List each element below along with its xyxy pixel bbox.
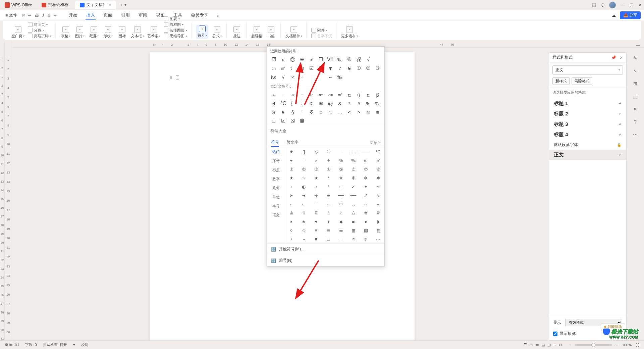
symbol-cell[interactable]: ♪ — [310, 182, 322, 191]
symbol-cell[interactable]: ◠ — [335, 200, 347, 208]
symbol-cell[interactable]: ➜ — [298, 191, 310, 200]
symbol-cell[interactable]: ➽ — [322, 191, 335, 200]
view-mode-3[interactable]: ▤ — [541, 343, 545, 347]
symbol-cat-字母[interactable]: 字母 — [267, 202, 285, 211]
symbol-cell[interactable]: ♕ — [298, 208, 310, 217]
symbol-cat-序号[interactable]: 序号 — [267, 156, 285, 165]
symbol-cell[interactable]: ♛ — [372, 208, 384, 217]
ribbon-文本框[interactable]: ▫文本框 ▾ — [131, 26, 144, 39]
symbol-cell[interactable]: ▨ — [372, 226, 384, 235]
side-tool-3[interactable]: ⬚ — [632, 93, 639, 100]
symbol-cat-单位[interactable]: 单位 — [267, 193, 285, 202]
ribbon-更多素材[interactable]: ▫更多素材 ▾ — [341, 26, 358, 39]
symbol-cell[interactable]: ✓ — [347, 182, 360, 191]
symbol-cell[interactable]: ♦ — [322, 217, 335, 226]
symbol-cell[interactable] — [373, 72, 382, 81]
symbol-cat-语文[interactable]: 语文 — [267, 211, 285, 220]
ribbon-智能图形[interactable]: 智能图形 ▾ — [164, 28, 187, 33]
symbol-cell[interactable]: ⟵ — [347, 191, 360, 200]
symbol-cell[interactable]: ◆ — [335, 217, 347, 226]
current-style-select[interactable]: 正文 ▾ — [552, 65, 623, 74]
symbol-cell[interactable]: ☑ — [278, 116, 288, 125]
symbol-cell[interactable]: ≈ — [326, 108, 335, 116]
cloud-icon[interactable]: ☁ — [612, 13, 616, 18]
symbol-cell[interactable]: ◇ — [310, 147, 322, 156]
ribbon-分页[interactable]: 分页 ▾ — [28, 28, 51, 33]
symbol-cell[interactable]: ⌣ — [372, 200, 384, 208]
symbol-cell[interactable]: ☑ — [269, 55, 278, 64]
view-mode-5[interactable]: ⊡ — [553, 343, 556, 347]
symbol-cell[interactable]: * — [322, 173, 335, 182]
ribbon-封面页[interactable]: 封面页 ▾ — [28, 22, 51, 27]
ribbon-表格[interactable]: ▫表格 ▾ — [60, 26, 71, 39]
symbol-cell[interactable]: ④ — [322, 165, 335, 173]
symbol-cell[interactable]: ▦ — [347, 226, 360, 235]
symbol-cell[interactable]: ≥ — [354, 108, 363, 116]
tab-close-icon[interactable]: × — [109, 3, 111, 7]
quick-btn-2[interactable]: 🖶 — [35, 13, 39, 18]
symbol-cell[interactable] — [335, 116, 344, 125]
ribbon-页眉页脚[interactable]: 页眉页脚 ▾ — [28, 34, 51, 39]
symbol-cell[interactable]: % — [364, 99, 373, 108]
search-icon[interactable]: ⌕ — [217, 13, 219, 18]
symbol-cell[interactable]: Ⅷ — [326, 55, 335, 64]
ribbon-艺术字[interactable]: ▫艺术字 ▾ — [147, 26, 160, 39]
symbol-cell[interactable]: © — [307, 99, 316, 108]
symbol-cell[interactable]: ③ — [373, 64, 382, 72]
symbol-cell[interactable]: & — [335, 99, 344, 108]
ribbon-批注[interactable]: ▫批注 — [231, 26, 242, 39]
symbol-cell[interactable]: ℃ — [372, 147, 384, 156]
symbol-cell[interactable]: ㎝ — [269, 64, 278, 72]
ribbon-图标[interactable]: ▫图标 — [117, 26, 127, 39]
style-正文[interactable]: 正文↵ — [549, 150, 626, 160]
ribbon-公式[interactable]: ▫公式 ▾ — [212, 26, 222, 39]
symbol-cell[interactable]: § — [288, 108, 297, 116]
symbol-cell[interactable]: % — [335, 156, 347, 165]
symbol-cell[interactable]: ≡ — [373, 108, 382, 116]
symbol-cell[interactable]: ↘ — [372, 191, 384, 200]
preview-checkbox[interactable] — [553, 332, 557, 336]
symbol-cell[interactable]: ∘ — [298, 235, 310, 243]
symbol-cell[interactable] — [316, 116, 326, 125]
symbol-cell[interactable] — [364, 116, 373, 125]
symbol-cell[interactable]: ☒ — [288, 116, 297, 125]
symbol-cell[interactable]: ② — [364, 64, 373, 72]
symbol-cell[interactable]: ㎜ — [316, 90, 326, 99]
side-tool-4[interactable]: ✕ — [632, 105, 639, 113]
symbol-cell[interactable]: ℃ — [278, 99, 288, 108]
symbol-cell[interactable]: ㎡ — [360, 156, 372, 165]
page-indicator[interactable]: 页面: 1/1 — [5, 342, 19, 347]
zoom-value[interactable]: 100% — [622, 343, 632, 347]
ribbon-思维导图[interactable]: 思维导图 ▾ — [164, 34, 187, 39]
symbol-cell[interactable]: × — [288, 72, 297, 81]
symbol-cell[interactable]: ∘ — [285, 182, 298, 191]
symbol-cell[interactable]: ⌐ — [285, 200, 298, 208]
symbol-cell[interactable]: ≠ — [335, 64, 344, 72]
tab-emoticons[interactable]: 颜文字 — [286, 138, 299, 147]
tab-templates[interactable]: 找稻壳模板 — [37, 1, 73, 9]
menu-会员专享[interactable]: 会员专享 — [190, 11, 209, 20]
minimize-button[interactable]: — — [621, 2, 625, 7]
symbol-cell[interactable]: ⺩ — [288, 64, 297, 72]
symbol-cell[interactable]: —— — [360, 147, 372, 156]
symbol-cell[interactable]: ◇ — [298, 226, 310, 235]
symbol-cell[interactable]: ⑦ — [360, 165, 372, 173]
ribbon-图片[interactable]: ▫图片 ▾ — [74, 26, 85, 39]
symbol-cell[interactable]: ㎡ — [335, 90, 344, 99]
quick-btn-3[interactable]: ⤴ — [42, 13, 44, 18]
style-标题 1[interactable]: 标题 1↵ — [549, 98, 626, 109]
style-标题 4[interactable]: 标题 4↵ — [549, 130, 626, 140]
symbol-cell[interactable]: ㉙ — [288, 55, 297, 64]
menu-引用[interactable]: 引用 — [120, 11, 130, 20]
symbol-cell[interactable]: ⊕ — [297, 55, 307, 64]
tab-symbols[interactable]: 符号 — [271, 138, 279, 147]
symbol-cell[interactable]: ≣ — [322, 226, 335, 235]
new-style-button[interactable]: 新样式 — [552, 77, 570, 85]
symbol-cell[interactable]: □ — [322, 235, 335, 243]
zoom-in[interactable]: + — [616, 343, 618, 347]
symbol-cell[interactable]: ★ — [310, 173, 322, 182]
symbols-more[interactable]: 更多 > — [370, 140, 380, 145]
symbol-cell[interactable]: ① — [354, 64, 363, 72]
symbol-cell[interactable]: ★ — [285, 173, 298, 182]
symbol-cell[interactable]: ⑤ — [335, 165, 347, 173]
